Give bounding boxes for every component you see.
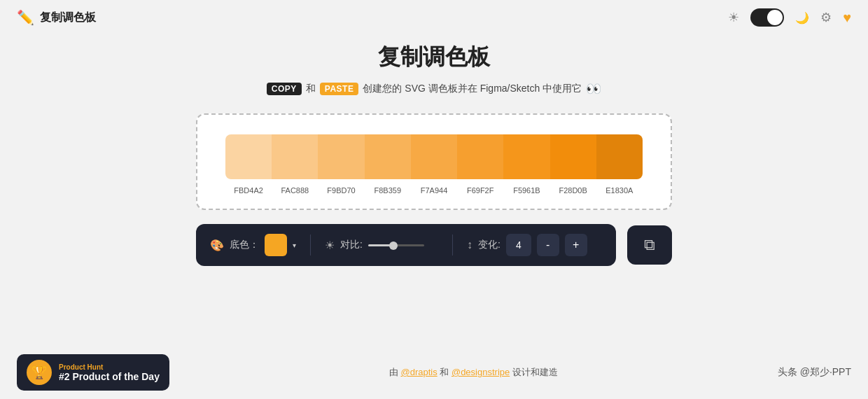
bottom-row: 🏆 Product Hunt #2 Product of the Day 由 @… <box>0 354 868 399</box>
variation-group: ↕ 变化: - + <box>467 234 587 256</box>
app-title: 复制调色板 <box>40 10 96 25</box>
color-label: F9BD70 <box>318 186 364 195</box>
product-hunt-label: Product Hunt <box>59 363 160 371</box>
color-label: F5961B <box>503 186 550 195</box>
logo-icon: ✏️ <box>17 9 34 26</box>
sun-icon: ☀ <box>728 10 739 25</box>
color-labels: FBD4A2FAC888F9BD70F8B359F7A944F69F2FF596… <box>225 186 643 195</box>
contrast-icon: ☀ <box>325 239 335 252</box>
topbar: ✏️ 复制调色板 ☀ 🌙 ⚙ ♥ <box>0 0 868 35</box>
color-swatch[interactable] <box>503 134 550 179</box>
subtitle-row: COPY 和 PASTE 创建您的 SVG 调色板并在 Figma/Sketch… <box>267 81 601 97</box>
copy-icon: ⧉ <box>644 236 655 254</box>
color-swatch[interactable] <box>457 134 503 179</box>
product-hunt-text: Product Hunt #2 Product of the Day <box>59 363 160 382</box>
color-label: F7A944 <box>411 186 457 195</box>
color-picker-button[interactable] <box>265 234 287 256</box>
divider2 <box>452 234 453 255</box>
color-swatch[interactable] <box>550 134 596 179</box>
contrast-slider-track[interactable] <box>368 244 424 246</box>
topbar-right: ☀ 🌙 ⚙ ♥ <box>728 8 851 27</box>
color-swatch[interactable] <box>318 134 364 179</box>
badge-paste: PASTE <box>320 83 359 95</box>
controls-row: 🎨 底色： ▾ ☀ 对比: ↕ 变化: <box>196 224 672 266</box>
moon-icon: 🌙 <box>795 11 809 24</box>
color-label: FAC888 <box>272 186 318 195</box>
color-swatches <box>225 134 643 179</box>
footer-credit: 由 @draptis 和 @designstripe 设计和建造 <box>389 366 558 379</box>
contrast-label: 对比: <box>340 239 363 251</box>
color-label: FBD4A2 <box>225 186 272 195</box>
watermark: 头条 @郑少·PPT <box>778 366 851 379</box>
color-swatch[interactable] <box>272 134 318 179</box>
contrast-group: ☀ 对比: <box>325 239 438 252</box>
variation-number-group: - + <box>506 234 587 256</box>
color-label: F69F2F <box>457 186 503 195</box>
color-label: E1830A <box>596 186 643 195</box>
color-label: F8B359 <box>365 186 411 195</box>
logo-area: ✏️ 复制调色板 <box>17 9 96 26</box>
minus-button[interactable]: - <box>537 234 559 256</box>
credit-mid: 和 <box>440 367 449 377</box>
plus-button[interactable]: + <box>565 234 587 256</box>
contrast-slider-container <box>368 244 438 246</box>
credit-post: 设计和建造 <box>512 367 558 377</box>
product-of-the-day: #2 Product of the Day <box>59 371 160 382</box>
color-label: F28D0B <box>550 186 596 195</box>
product-hunt-badge[interactable]: 🏆 Product Hunt #2 Product of the Day <box>17 354 169 391</box>
color-swatch[interactable] <box>596 134 643 179</box>
controls-main: 🎨 底色： ▾ ☀ 对比: ↕ 变化: <box>196 224 616 266</box>
chevron-down-icon: ▾ <box>293 241 296 249</box>
toggle-knob <box>767 10 783 25</box>
color-swatch[interactable] <box>365 134 411 179</box>
product-hunt-icon: 🏆 <box>27 360 52 385</box>
credit-pre: 由 <box>389 367 398 377</box>
main-content: 复制调色板 COPY 和 PASTE 创建您的 SVG 调色板并在 Figma/… <box>0 35 868 266</box>
color-swatch[interactable] <box>411 134 457 179</box>
contrast-slider-thumb <box>389 241 398 250</box>
link-draptis[interactable]: @draptis <box>400 367 437 377</box>
theme-toggle[interactable] <box>750 8 784 27</box>
palette-icon: 🎨 <box>210 239 224 252</box>
palette-container: FBD4A2FAC888F9BD70F8B359F7A944F69F2FF596… <box>196 113 672 210</box>
divider <box>310 234 311 255</box>
base-color-group: 🎨 底色： ▾ <box>210 234 296 256</box>
heart-icon[interactable]: ♥ <box>843 10 851 26</box>
color-swatch[interactable] <box>225 134 272 179</box>
variation-input[interactable] <box>506 234 531 256</box>
variation-label: 变化: <box>478 239 500 251</box>
badge-copy: COPY <box>267 83 302 95</box>
page-title: 复制调色板 <box>378 42 490 73</box>
link-designstripe[interactable]: @designstripe <box>451 367 510 377</box>
subtitle-mid: 和 <box>306 83 316 95</box>
variation-icon: ↕ <box>467 239 472 251</box>
gear-icon[interactable]: ⚙ <box>820 10 832 25</box>
base-color-label: 底色： <box>230 239 259 251</box>
subtitle-emoji: 👀 <box>586 81 601 97</box>
subtitle-post: 创建您的 SVG 调色板并在 Figma/Sketch 中使用它 <box>363 83 582 95</box>
copy-button[interactable]: ⧉ <box>627 225 672 265</box>
